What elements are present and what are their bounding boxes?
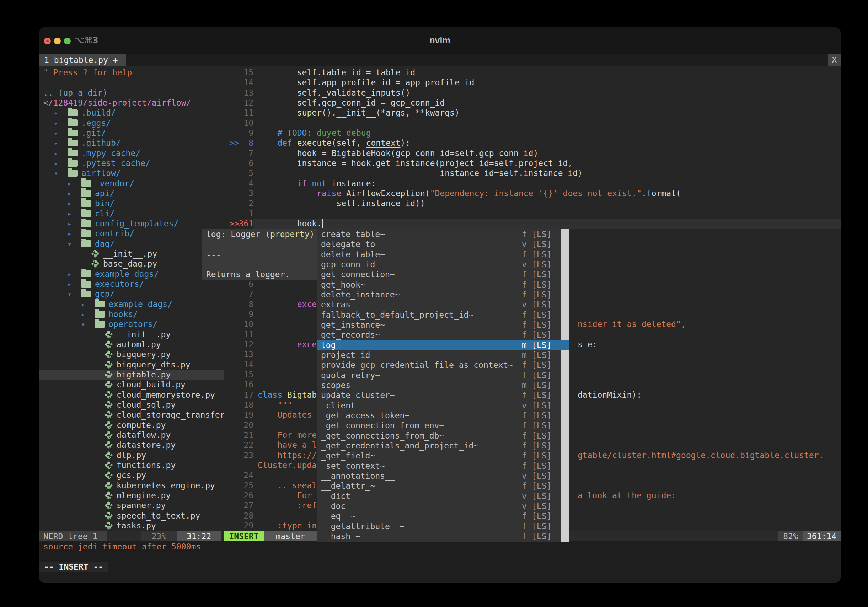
completion-item-get_records[interactable]: get_records~f[LS] (318, 330, 569, 340)
completion-item-extras[interactable]: extrasv[LS] (318, 300, 569, 310)
tree-item-mlengine.py[interactable]: mlengine.py (39, 491, 223, 500)
completion-item-__dict__[interactable]: __dict__v[LS] (318, 491, 569, 501)
tree-item-operators[interactable]: ▾operators/ (39, 319, 223, 329)
editor-line[interactable]: 4 if not instance: (224, 178, 841, 188)
tree-item-bin[interactable]: ▸bin/ (39, 198, 223, 208)
tree-item-datastore.py[interactable]: datastore.py (39, 440, 223, 450)
tree-item-kubernetes_engine.py[interactable]: kubernetes_engine.py (39, 480, 223, 491)
tree-item-contrib[interactable]: ▸contrib/ (39, 229, 223, 238)
completion-item-scopes[interactable]: scopesm[LS] (318, 380, 569, 390)
chevron-right-icon[interactable]: ▸ (68, 220, 81, 228)
completion-item-__delattr_[interactable]: __delattr_~f[LS] (318, 481, 569, 491)
chevron-down-icon[interactable]: ▾ (54, 169, 68, 177)
tree-item-.build[interactable]: ▸.build/ (39, 108, 223, 118)
chevron-down-icon[interactable]: ▾ (68, 240, 81, 248)
tree-item-cloud_sql.py[interactable]: cloud_sql.py (39, 400, 223, 410)
completion-item-__eq__[interactable]: __eq__~f[LS] (318, 511, 569, 521)
chevron-right-icon[interactable]: ▸ (81, 300, 95, 308)
tree-item-.eggs[interactable]: ▸.eggs/ (39, 118, 223, 128)
editor-line[interactable]: 1 (224, 209, 841, 218)
editor-line[interactable]: 15 self.table_id = table_id (224, 68, 841, 77)
tree-item-.git[interactable]: ▸.git/ (39, 128, 223, 138)
editor-line[interactable]: 5 instance_id=self.instance_id) (224, 168, 841, 178)
chevron-right-icon[interactable]: ▸ (68, 229, 81, 237)
completion-item-delegate_to[interactable]: delegate_tov[LS] (318, 239, 569, 249)
tab-bigtable[interactable]: 1 bigtable.py + (39, 54, 126, 66)
chevron-right-icon[interactable]: ▸ (54, 119, 68, 127)
editor-line[interactable]: 7 hook = BigtableHook(gcp_conn_id=self.g… (224, 148, 841, 158)
tree-item-gcp[interactable]: ▾gcp/ (39, 289, 223, 299)
completion-item-__annotations__[interactable]: __annotations__v[LS] (318, 471, 569, 481)
chevron-right-icon[interactable]: ▸ (68, 280, 81, 288)
tree-item-bigquery.py[interactable]: bigquery.py (39, 349, 223, 359)
tree-item-executors[interactable]: ▸executors/ (39, 279, 223, 289)
editor-line[interactable]: 13 self._validate_inputs() (224, 88, 841, 98)
chevron-right-icon[interactable]: ▸ (68, 189, 81, 197)
tree-item-automl.py[interactable]: automl.py (39, 339, 223, 349)
tree-item-hooks[interactable]: ▸hooks/ (39, 309, 223, 319)
editor-line[interactable]: 9 # TODO: duyet debug (224, 128, 841, 138)
editor-line[interactable]: 3 raise AirflowException("Dependency: in… (224, 188, 841, 198)
chevron-right-icon[interactable]: ▸ (54, 129, 68, 137)
tree-item-example_dags[interactable]: ▸example_dags/ (39, 269, 223, 279)
completion-item-create_table[interactable]: create_table~f[LS] (318, 229, 569, 239)
completion-item-_client[interactable]: _clientv[LS] (318, 401, 569, 410)
chevron-right-icon[interactable]: ▸ (68, 270, 81, 278)
chevron-down-icon[interactable]: ▾ (81, 320, 95, 328)
tree-item-speech_to_text.py[interactable]: speech_to_text.py (39, 511, 223, 521)
editor-line[interactable]: 10 (224, 118, 841, 128)
tree-up-a-dir[interactable]: .. (up a dir) (39, 88, 223, 98)
tree-item-cloud_build.py[interactable]: cloud_build.py (39, 379, 223, 390)
editor-line[interactable]: 14 self.app_profile_id = app_profile_id (224, 77, 841, 87)
tree-item-gcs.py[interactable]: gcs.py (39, 470, 223, 480)
completion-item-fallback_to_default_project_id[interactable]: fallback_to_default_project_id~f[LS] (318, 310, 569, 320)
tree-item-__init__.py[interactable]: __init__.py (39, 249, 223, 259)
completion-item-_get_connections_from_db[interactable]: _get_connections_from_db~f[LS] (318, 431, 569, 441)
tree-item-tasks.py[interactable]: tasks.py (39, 521, 223, 531)
tree-item-bigtable.py[interactable]: bigtable.py (39, 370, 223, 379)
completion-item-_get_access_token[interactable]: _get_access_token~f[LS] (318, 410, 569, 420)
tree-item-.pytest_cache[interactable]: ▸.pytest_cache/ (39, 158, 223, 168)
completion-item-_get_credentials_and_project_id[interactable]: _get_credentials_and_project_id~f[LS] (318, 441, 569, 451)
completion-item-get_hook[interactable]: get_hook~f[LS] (318, 280, 569, 290)
editor-line[interactable]: >>361 hook. (224, 218, 841, 229)
completion-item-__getattribute__[interactable]: __getattribute__~f[LS] (318, 521, 569, 531)
chevron-right-icon[interactable]: ▸ (54, 109, 68, 116)
completion-item-_get_connection_from_env[interactable]: _get_connection_from_env~f[LS] (318, 420, 569, 430)
chevron-right-icon[interactable]: ▸ (81, 310, 95, 318)
tree-item-base_dag.py[interactable]: base_dag.py (39, 259, 223, 269)
tree-item-api[interactable]: ▸api/ (39, 188, 223, 198)
completion-item-delete_instance[interactable]: delete_instance~f[LS] (318, 290, 569, 300)
completion-item-project_id[interactable]: project_idm[LS] (318, 350, 569, 360)
tree-item-compute.py[interactable]: compute.py (39, 420, 223, 430)
tree-item-dag[interactable]: ▾dag/ (39, 239, 223, 249)
chevron-right-icon[interactable]: ▸ (68, 180, 81, 187)
chevron-right-icon[interactable]: ▸ (54, 149, 68, 157)
tree-item-.mypy_cache[interactable]: ▸.mypy_cache/ (39, 148, 223, 158)
chevron-right-icon[interactable]: ▸ (54, 159, 68, 167)
editor-line[interactable]: >>8 def execute(self, context): (224, 138, 841, 148)
completion-item-__doc__[interactable]: __doc__v[LS] (318, 501, 569, 511)
completion-item-get_connection[interactable]: get_connection~f[LS] (318, 269, 569, 279)
editor-line[interactable]: 11 super().__init__(*args, **kwargs) (224, 108, 841, 118)
completion-item-update_cluster[interactable]: update_cluster~f[LS] (318, 390, 569, 400)
tree-item-.github[interactable]: ▸.github/ (39, 138, 223, 148)
editor-line[interactable]: 2 self.instance_id)) (224, 198, 841, 208)
completion-item-__hash_[interactable]: __hash_~f[LS] (318, 531, 569, 541)
editor-line[interactable]: 6 instance = hook.get_instance(project_i… (224, 158, 841, 168)
tree-item-functions.py[interactable]: functions.py (39, 460, 223, 470)
tree-item-cli[interactable]: ▸cli/ (39, 209, 223, 218)
tree-item-spanner.py[interactable]: spanner.py (39, 500, 223, 510)
tree-item-__init__.py[interactable]: __init__.py (39, 330, 223, 339)
chevron-right-icon[interactable]: ▸ (54, 139, 68, 147)
tree-item-bigquery_dts.py[interactable]: bigquery_dts.py (39, 360, 223, 370)
completion-item-gcp_conn_id[interactable]: gcp_conn_idv[LS] (318, 259, 569, 269)
completion-item-_get_field[interactable]: _get_field~f[LS] (318, 451, 569, 461)
completion-item-delete_table[interactable]: delete_table~f[LS] (318, 249, 569, 259)
completion-item-provide_gcp_credential_file_as_context[interactable]: provide_gcp_credential_file_as_context~f… (318, 360, 569, 370)
tree-item-dlp.py[interactable]: dlp.py (39, 450, 223, 460)
completion-item-quota_retry[interactable]: quota_retry~f[LS] (318, 370, 569, 380)
completion-item-get_instance[interactable]: get_instance~f[LS] (318, 320, 569, 330)
chevron-right-icon[interactable]: ▸ (68, 199, 81, 207)
completion-item-_set_context[interactable]: _set_context~f[LS] (318, 461, 569, 471)
